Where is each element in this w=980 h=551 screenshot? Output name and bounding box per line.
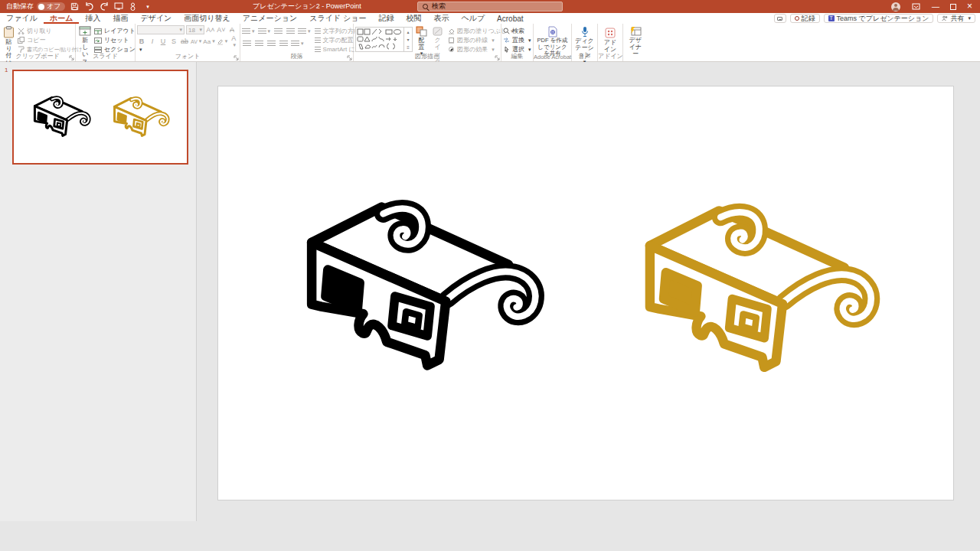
record-icon (795, 16, 799, 21)
font-name-combo[interactable] (137, 25, 185, 34)
grow-font-button[interactable]: A˄ (206, 25, 215, 34)
quick-styles-button[interactable]: クイック スタイル (430, 25, 445, 54)
align-left-button[interactable] (242, 39, 251, 48)
tab-view[interactable]: 表示 (427, 13, 455, 24)
font-size-combo[interactable]: 18 (186, 25, 204, 34)
tab-record[interactable]: 記録 (372, 13, 400, 24)
highlight-button[interactable] (217, 37, 228, 46)
align-right-button[interactable] (266, 39, 276, 48)
share-label: 共有 (950, 14, 964, 24)
slide-editing-area (197, 62, 980, 551)
bullets-button[interactable] (242, 27, 255, 36)
cut-icon (18, 28, 24, 34)
tab-review[interactable]: 校閲 (400, 13, 427, 24)
touch-mode-icon[interactable] (128, 2, 138, 11)
layout-icon (94, 28, 102, 34)
group-label-editing: 編集 (501, 52, 533, 60)
character-spacing-button[interactable]: AV (191, 37, 201, 46)
numbering-button[interactable] (258, 27, 271, 36)
autosave-label: 自動保存 (6, 2, 34, 11)
tab-acrobat[interactable]: Acrobat (491, 13, 529, 24)
addins-button[interactable]: アドイン (599, 25, 621, 54)
underline-button[interactable]: U (158, 37, 168, 46)
group-label-slides: スライド (76, 52, 135, 60)
paste-button[interactable]: 貼り付け (2, 25, 16, 54)
account-avatar[interactable] (891, 2, 900, 11)
designer-button[interactable]: デザイナー (625, 25, 646, 54)
copy-button[interactable]: コピー (18, 36, 83, 44)
share-button[interactable]: 共有 (937, 14, 975, 23)
increase-indent-button[interactable] (286, 27, 295, 36)
copy-icon (18, 37, 24, 44)
shape-fill-icon (448, 28, 455, 34)
ribbon: 貼り付け 切り取り コピー 書式のコピー/貼り付け クリップボード (0, 24, 980, 62)
bullets-icon (242, 28, 250, 34)
3d-glasses-icon-black[interactable] (295, 196, 567, 380)
tab-slideshow[interactable]: スライド ショー (303, 13, 372, 24)
line-spacing-button[interactable] (298, 27, 311, 36)
record-button[interactable]: 記録 (790, 14, 820, 23)
teams-present-button[interactable]: TTeams でプレゼンテーション (824, 14, 934, 23)
shrink-font-button[interactable]: A˅ (217, 25, 226, 34)
italic-button[interactable]: I (148, 37, 157, 46)
search-placeholder: 検索 (432, 2, 446, 11)
align-center-button[interactable] (254, 39, 263, 48)
justify-button[interactable] (279, 39, 288, 48)
new-slide-button[interactable]: 新しいスライド (77, 25, 93, 54)
cut-button[interactable]: 切り取り (18, 27, 83, 35)
thumb-glasses-black (31, 95, 96, 139)
cut-label: 切り取り (27, 27, 51, 35)
dictate-button[interactable]: ディクテーション (573, 25, 596, 54)
clear-formatting-button[interactable]: A (227, 25, 237, 34)
reset-icon (94, 37, 102, 44)
customize-quick-access-icon[interactable]: ▾ (142, 2, 152, 11)
redo-icon[interactable] (99, 2, 109, 11)
ribbon-display-options-icon[interactable] (911, 2, 921, 11)
present-from-beginning-icon[interactable] (113, 2, 123, 11)
shape-gallery[interactable] (355, 27, 404, 52)
ribbon-tab-row: ファイル ホーム 挿入 描画 デザイン 画面切り替え アニメーション スライド … (0, 13, 980, 24)
gallery-down-icon[interactable]: ▾ (404, 35, 412, 43)
change-case-button[interactable]: Aa (203, 37, 214, 46)
text-shadow-button[interactable]: S (169, 37, 178, 46)
replace-icon (503, 37, 510, 44)
comment-icon (777, 17, 782, 21)
3d-glasses-icon-gold[interactable] (633, 200, 903, 382)
search-input[interactable]: 検索 (417, 2, 563, 11)
save-icon[interactable] (70, 2, 80, 11)
strikethrough-button[interactable]: ab (180, 37, 189, 46)
slide-1-thumbnail[interactable] (12, 70, 188, 165)
bold-button[interactable]: B (137, 37, 146, 46)
tab-animations[interactable]: アニメーション (237, 13, 303, 24)
minimize-button[interactable]: — (932, 0, 939, 13)
tab-help[interactable]: ヘルプ (455, 13, 491, 24)
tab-insert[interactable]: 挿入 (79, 13, 106, 24)
autosave-state: オフ (47, 2, 60, 11)
tab-file[interactable]: ファイル (0, 13, 44, 24)
columns-button[interactable] (291, 39, 304, 48)
tab-transitions[interactable]: 画面切り替え (178, 13, 236, 24)
gallery-up-icon[interactable]: ▴ (404, 28, 412, 35)
comments-button[interactable] (774, 14, 786, 23)
window-title: プレゼンテーション2 - PowerPoint (253, 0, 361, 13)
designer-label: デザイナー (626, 37, 645, 58)
tab-draw[interactable]: 描画 (106, 13, 134, 24)
autosave-toggle[interactable]: 自動保存 オフ (6, 2, 65, 11)
replace-button[interactable]: 置換 (503, 36, 531, 44)
restore-button[interactable] (950, 4, 956, 10)
tab-design[interactable]: デザイン (134, 13, 178, 24)
find-button[interactable]: 検索 (503, 27, 531, 35)
create-pdf-button[interactable]: PDF を作成しでリンクを共有 (535, 25, 570, 54)
decrease-indent-button[interactable] (273, 27, 283, 36)
dictate-mic-icon (581, 26, 589, 37)
tab-home[interactable]: ホーム (44, 13, 79, 24)
undo-icon[interactable] (84, 2, 94, 11)
toggle-knob-icon (38, 4, 44, 10)
find-icon (503, 28, 510, 34)
gallery-more-icon[interactable]: ≡ (404, 44, 412, 51)
close-button[interactable]: × (967, 0, 972, 13)
group-clipboard: 貼り付け 切り取り コピー 書式のコピー/貼り付け クリップボード (0, 24, 76, 61)
arrange-button[interactable]: 配置 (414, 25, 429, 54)
new-slide-icon (79, 26, 91, 37)
font-color-button[interactable]: A (229, 37, 238, 46)
